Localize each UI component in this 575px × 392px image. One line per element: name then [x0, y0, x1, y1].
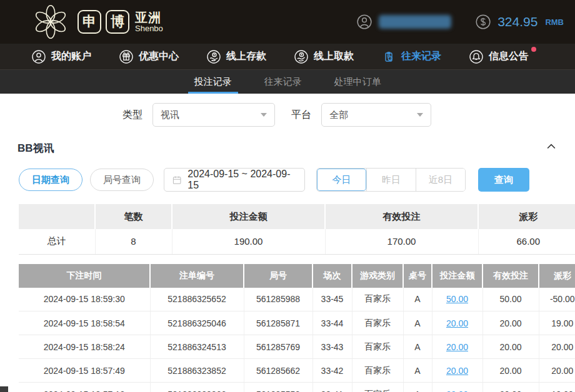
balance-display[interactable]: 324.95 RMB [475, 14, 564, 30]
summary-cell: 8 [95, 229, 172, 254]
table-cell: 33-44 [312, 311, 352, 335]
bet-amount-link[interactable]: 20.00 [446, 366, 468, 376]
type-filter-label: 类型 [122, 109, 142, 122]
table-cell: 521886325046 [150, 311, 244, 335]
table-cell: 33-41 [312, 383, 352, 392]
table-cell: 561285662 [244, 359, 312, 383]
table-cell: A [403, 383, 432, 392]
table-cell: 20.00 [539, 359, 575, 383]
table-cell: 2024-09-15 18:59:30 [19, 288, 150, 311]
date-range-value: 2024-09-15 ~ 2024-09-15 [188, 169, 297, 191]
subtab-1[interactable]: 投注记录 [192, 70, 234, 94]
nav-item-6[interactable]: 信息公告 [469, 49, 529, 64]
table-cell: 20.00 [482, 335, 539, 359]
balance-amount: 324.95 [498, 14, 538, 29]
summary-col-header: 投注金额 [172, 204, 325, 229]
table-cell: 百家乐 [352, 335, 403, 359]
date-query-button[interactable]: 日期查询 [19, 169, 82, 191]
bet-amount-link[interactable]: 20.00 [446, 342, 468, 352]
table-cell: 20.00 [432, 311, 482, 335]
collapse-section-button[interactable] [545, 140, 558, 155]
table-cell: 19.00 [539, 383, 575, 392]
table-row: 2024-09-15 18:57:49521886323852561285662… [19, 359, 575, 383]
records-col-header: 局号 [244, 264, 312, 288]
nav-item-label: 我的账户 [51, 50, 91, 63]
search-button[interactable]: 查询 [478, 168, 529, 192]
logo-char-1: 申 [78, 10, 101, 34]
records-col-header: 下注时间 [19, 264, 150, 288]
deposit-icon [206, 49, 221, 64]
table-cell: 2024-09-15 18:58:54 [19, 311, 150, 335]
records-icon [381, 49, 396, 64]
table-cell: A [403, 359, 432, 383]
table-cell: A [403, 311, 432, 335]
quick-date-2[interactable]: 昨日 [366, 169, 416, 191]
query-toolbar: 日期查询 局号查询 2024-09-15 ~ 2024-09-15 今日昨日近8… [19, 168, 575, 192]
table-row: 2024-09-15 18:59:30521886325652561285988… [19, 288, 575, 311]
table-cell: 561285988 [244, 288, 312, 311]
table-cell: A [403, 288, 432, 311]
quick-date-group: 今日昨日近8日 [316, 168, 466, 192]
date-range-input[interactable]: 2024-09-15 ~ 2024-09-15 [164, 168, 305, 192]
withdraw-icon [294, 49, 309, 64]
quick-date-3[interactable]: 近8日 [416, 169, 465, 191]
balance-currency: RMB [545, 17, 564, 27]
summary-col-header: 笔数 [95, 204, 172, 229]
notification-dot [531, 47, 536, 52]
table-cell: 20.00 [432, 335, 482, 359]
table-cell: 561285769 [244, 335, 312, 359]
bet-amount-link[interactable]: 50.00 [446, 294, 468, 304]
table-cell: 百家乐 [352, 311, 403, 335]
subtab-3[interactable]: 处理中订单 [332, 70, 384, 94]
table-cell: 521886324513 [150, 335, 244, 359]
records-body: 2024-09-15 18:59:30521886325652561285988… [19, 288, 575, 392]
table-row: 2024-09-15 18:57:18521886323266561285552… [19, 383, 575, 392]
table-cell: 20.00 [539, 335, 575, 359]
table-cell: 561285871 [244, 311, 312, 335]
logo-region: 亚洲 [135, 11, 163, 24]
table-cell: 百家乐 [352, 359, 403, 383]
user-account-chip[interactable] [356, 14, 451, 30]
platform-select-value: 全部 [329, 109, 348, 121]
table-cell: 33-42 [312, 359, 352, 383]
platform-filter-label: 平台 [291, 109, 311, 122]
corner-widget [0, 386, 8, 392]
nav-item-label: 线上存款 [226, 50, 266, 63]
table-cell: 20.00 [432, 383, 482, 392]
summary-total-row: 总计8190.00170.0066.00 [19, 229, 575, 254]
chevron-down-icon [261, 113, 267, 117]
type-select[interactable]: 视讯 [152, 103, 275, 127]
brand-logo[interactable]: 申 博 亚洲 Shenbo [32, 4, 163, 40]
subtab-2[interactable]: 往来记录 [262, 70, 304, 94]
record-subtabs: 投注记录往来记录处理中订单 [0, 70, 575, 94]
chevron-down-icon [417, 113, 423, 117]
nav-item-5[interactable]: 往来记录 [381, 49, 441, 64]
bell-icon [469, 49, 484, 64]
nav-item-4[interactable]: 线上取款 [294, 49, 354, 64]
nav-item-1[interactable]: 我的账户 [31, 49, 91, 64]
table-cell: 33-43 [312, 335, 352, 359]
records-col-header: 注单编号 [150, 264, 244, 288]
nav-item-2[interactable]: 优惠中心 [119, 49, 179, 64]
nav-item-label: 线上取款 [314, 50, 354, 63]
round-query-button[interactable]: 局号查询 [90, 169, 154, 191]
nav-item-3[interactable]: 线上存款 [206, 49, 266, 64]
table-cell: A [403, 335, 432, 359]
gift-icon [119, 49, 134, 64]
records-col-header: 场次 [312, 264, 352, 288]
bet-amount-link[interactable]: 20.00 [446, 390, 468, 392]
flower-logo-icon [32, 4, 69, 40]
nav-item-label: 信息公告 [489, 50, 529, 63]
table-cell: 561285552 [244, 383, 312, 392]
quick-date-1[interactable]: 今日 [317, 169, 366, 191]
table-row: 2024-09-15 18:58:54521886325046561285871… [19, 311, 575, 335]
summary-cell: 170.00 [325, 229, 478, 254]
calendar-icon [172, 175, 182, 185]
username-redacted [379, 15, 451, 29]
nav-item-label: 优惠中心 [139, 50, 179, 63]
bet-amount-link[interactable]: 20.00 [446, 318, 468, 328]
dollar-icon [475, 14, 491, 30]
table-cell: 50.00 [432, 288, 482, 311]
platform-select[interactable]: 全部 [321, 103, 431, 127]
chevron-up-icon [545, 140, 558, 153]
